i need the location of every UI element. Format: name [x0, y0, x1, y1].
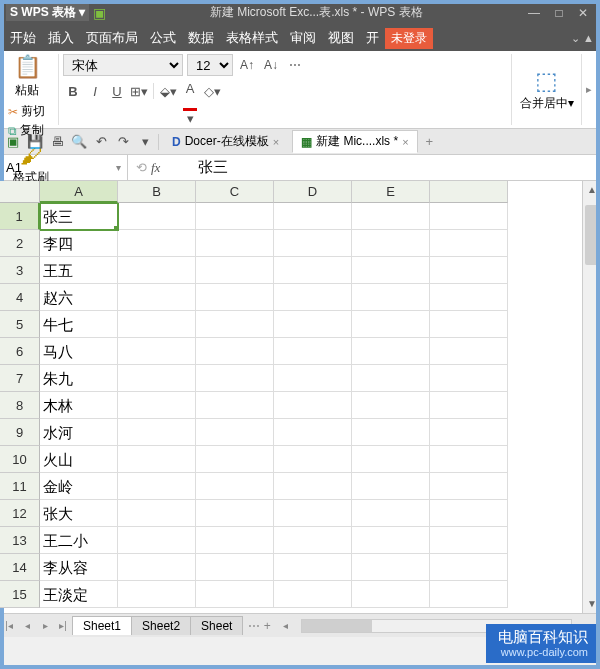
- row-header-6[interactable]: 6: [0, 338, 40, 365]
- cell[interactable]: [274, 581, 352, 608]
- cell[interactable]: [352, 419, 430, 446]
- chevron-down-icon[interactable]: ▾: [116, 162, 121, 173]
- qat-undo-icon[interactable]: ↶: [92, 134, 110, 149]
- cell[interactable]: [196, 500, 274, 527]
- doc-tab-docer[interactable]: D Docer-在线模板 ×: [163, 130, 288, 153]
- cell[interactable]: [274, 338, 352, 365]
- cell[interactable]: [196, 365, 274, 392]
- col-header-A[interactable]: A: [40, 181, 118, 203]
- cell[interactable]: 木林: [40, 392, 118, 419]
- sheet-nav-first[interactable]: |◂: [0, 620, 18, 631]
- cell[interactable]: [430, 365, 508, 392]
- menubar-expand[interactable]: ⌄ ▲: [571, 32, 594, 45]
- cell[interactable]: [118, 527, 196, 554]
- font-size-select[interactable]: 12: [187, 54, 233, 76]
- col-header-C[interactable]: C: [196, 181, 274, 203]
- qat-save-icon[interactable]: 💾: [26, 134, 44, 149]
- cell[interactable]: [118, 338, 196, 365]
- cell[interactable]: [430, 230, 508, 257]
- increase-font-button[interactable]: A↑: [237, 54, 257, 76]
- cell[interactable]: [118, 446, 196, 473]
- close-tab-icon[interactable]: ×: [273, 136, 279, 148]
- cell[interactable]: [352, 338, 430, 365]
- cell[interactable]: [352, 392, 430, 419]
- cell[interactable]: [118, 284, 196, 311]
- menu-view[interactable]: 视图: [322, 29, 360, 47]
- cell[interactable]: 朱九: [40, 365, 118, 392]
- menu-insert[interactable]: 插入: [42, 29, 80, 47]
- minimize-button[interactable]: —: [522, 6, 546, 20]
- cell[interactable]: [196, 338, 274, 365]
- row-header-12[interactable]: 12: [0, 500, 40, 527]
- row-header-13[interactable]: 13: [0, 527, 40, 554]
- menu-formula[interactable]: 公式: [144, 29, 182, 47]
- maximize-button[interactable]: □: [549, 6, 568, 20]
- cell[interactable]: [196, 311, 274, 338]
- row-header-5[interactable]: 5: [0, 311, 40, 338]
- cell[interactable]: [196, 446, 274, 473]
- cut-button[interactable]: ✂剪切: [8, 103, 54, 120]
- row-header-15[interactable]: 15: [0, 581, 40, 608]
- cell[interactable]: [352, 500, 430, 527]
- cell[interactable]: [352, 284, 430, 311]
- vertical-scrollbar[interactable]: ▲ ▼: [582, 181, 600, 613]
- cell[interactable]: [196, 203, 274, 230]
- cell[interactable]: [430, 392, 508, 419]
- row-header-7[interactable]: 7: [0, 365, 40, 392]
- col-header-E[interactable]: E: [352, 181, 430, 203]
- cell[interactable]: 金岭: [40, 473, 118, 500]
- col-header-next[interactable]: [430, 181, 508, 203]
- cell[interactable]: 张大: [40, 500, 118, 527]
- cell[interactable]: [430, 473, 508, 500]
- cell[interactable]: [196, 284, 274, 311]
- paste-button[interactable]: 📋 粘贴: [8, 54, 46, 99]
- cell[interactable]: [430, 257, 508, 284]
- font-name-select[interactable]: 宋体: [63, 54, 183, 76]
- font-settings-button[interactable]: ⋯: [285, 54, 305, 76]
- cell[interactable]: [274, 419, 352, 446]
- cell[interactable]: [352, 203, 430, 230]
- clear-format-button[interactable]: ◇▾: [202, 80, 222, 102]
- scroll-down-icon[interactable]: ▼: [583, 595, 600, 613]
- cell[interactable]: [118, 230, 196, 257]
- cell[interactable]: [352, 311, 430, 338]
- cell[interactable]: [430, 554, 508, 581]
- cell[interactable]: [430, 419, 508, 446]
- cell[interactable]: [274, 446, 352, 473]
- cell[interactable]: [274, 203, 352, 230]
- menu-dev[interactable]: 开: [360, 29, 385, 47]
- close-button[interactable]: ✕: [572, 6, 594, 20]
- name-box[interactable]: A1 ▾: [0, 155, 128, 180]
- cell[interactable]: [118, 311, 196, 338]
- underline-button[interactable]: U: [107, 80, 127, 102]
- cell[interactable]: [352, 230, 430, 257]
- cell[interactable]: [352, 554, 430, 581]
- cell[interactable]: 李四: [40, 230, 118, 257]
- cell[interactable]: [352, 257, 430, 284]
- italic-button[interactable]: I: [85, 80, 105, 102]
- cell[interactable]: [430, 527, 508, 554]
- scroll-thumb[interactable]: [585, 205, 599, 265]
- qat-print-icon[interactable]: 🖶: [48, 134, 66, 149]
- cell[interactable]: [196, 554, 274, 581]
- cell[interactable]: [118, 203, 196, 230]
- cell[interactable]: [118, 581, 196, 608]
- menu-table-style[interactable]: 表格样式: [220, 29, 284, 47]
- row-header-1[interactable]: 1: [0, 203, 40, 230]
- bold-button[interactable]: B: [63, 80, 83, 102]
- qat-more[interactable]: ▾: [136, 134, 154, 149]
- cell[interactable]: [196, 473, 274, 500]
- cell[interactable]: [274, 527, 352, 554]
- cell[interactable]: [118, 365, 196, 392]
- cell[interactable]: [274, 284, 352, 311]
- cell[interactable]: [274, 392, 352, 419]
- cell[interactable]: 牛七: [40, 311, 118, 338]
- sheet-nav-last[interactable]: ▸|: [54, 620, 72, 631]
- cell[interactable]: [196, 230, 274, 257]
- cell[interactable]: [430, 581, 508, 608]
- cell[interactable]: 马八: [40, 338, 118, 365]
- menu-data[interactable]: 数据: [182, 29, 220, 47]
- border-button[interactable]: ⊞▾: [129, 80, 149, 102]
- cell[interactable]: 王五: [40, 257, 118, 284]
- cell[interactable]: [430, 500, 508, 527]
